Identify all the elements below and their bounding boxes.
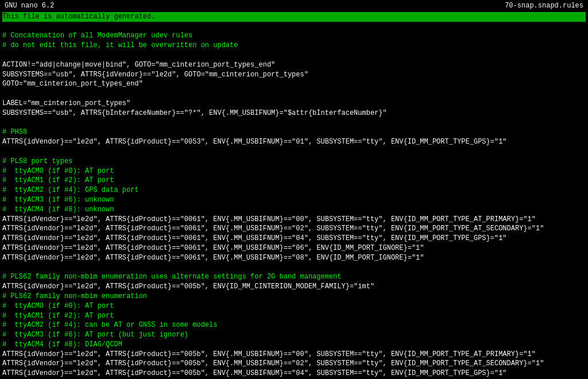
line [2,118,586,128]
line: SUBSYSTEMS=="usb", ATTRS{bInterfaceNumbe… [2,109,586,118]
app-name: GNU nano 6.2 [5,1,54,11]
line: ATTRS{idVendor}=="le2d", ATTRS{idProduct… [2,253,586,263]
line: This file is automatically generated. [2,12,586,22]
line: # ttyACM3 (if #6): AT port (but just ign… [2,330,586,340]
line: ATTRS{idVendor}=="le2d", ATTRS{idProduct… [2,359,586,369]
line: ATTRS{idVendor}=="le2d", ATTRS{idProduct… [2,282,586,292]
line: ATTRS{idVendor}=="le2d", ATTRS{idProduct… [2,234,586,243]
line: # PLS8 port types [2,157,586,167]
line [2,147,586,157]
line: # ttyACM0 (if #0): AT port [2,167,586,176]
line: # ttyACM1 (if #2): AT port [2,311,586,321]
line: # ttyACM4 (if #8): DIAG/QCDM [2,340,586,350]
line: ATTRS{idVendor}=="le2d", ATTRS{idProduct… [2,350,586,359]
line: ATTRS{idVendor}=="le2d", ATTRS{idProduct… [2,243,586,253]
line: ATTRS{idVendor}=="le2d", ATTRS{idProduct… [2,224,586,234]
line: # ttyACM3 (if #6): unknown [2,195,586,205]
line: # ttyACM1 (if #2): AT port [2,176,586,185]
line: ACTION!="add|change|move|bind", GOTO="mm… [2,60,586,70]
line: # ttyACM0 (if #0): AT port [2,301,586,311]
line: # PLS62 family non-mbim enumeration uses… [2,272,586,282]
title-bar: GNU nano 6.2 70-snap.snapd.rules [0,0,588,12]
line: LABEL="mm_cinterion_port_types" [2,99,586,109]
editor-area[interactable]: This file is automatically generated. # … [0,12,588,379]
line: # PLS62 family non-mbim enumeration [2,292,586,301]
line: # ttyACM2 (if #4): can be AT or GNSS in … [2,320,586,330]
line: # Concatenation of all ModemManager udev… [2,31,586,41]
line: SUBSYSTEMS=="usb", ATTRS{idVendor}=="le2… [2,70,586,80]
line: ATTRS{idVendor}=="le2d", ATTRS{idProduct… [2,137,586,147]
line: ATTRS{idVendor}=="le2d", ATTRS{idProduct… [2,215,586,225]
line: ATTRS{idVendor}=="le2d", ATTRS{idProduct… [2,369,586,378]
line: # PHS8 [2,127,586,137]
filename: 70-snap.snapd.rules [505,1,583,11]
line: # ttyACM2 (if #4): GPS data port [2,185,586,195]
line: GOTO="mm_cinterion_port_types_end" [2,79,586,89]
line [2,51,586,60]
line [2,22,586,32]
line [2,89,586,99]
line: # do not edit this file, it will be over… [2,41,586,51]
line: # ttyACM4 (if #8): unknown [2,205,586,215]
line [2,263,586,273]
